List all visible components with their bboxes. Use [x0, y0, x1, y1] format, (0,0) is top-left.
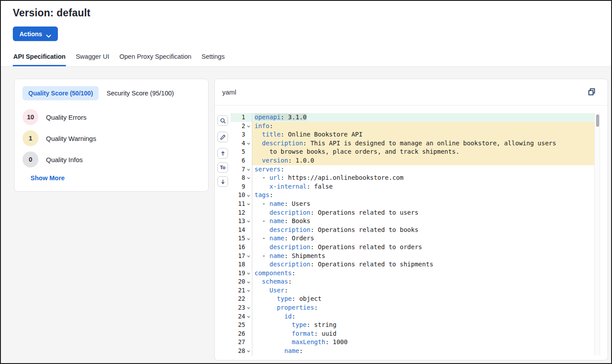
go-to-line-button[interactable]: To: [217, 162, 228, 173]
code-line-content: properties:: [252, 303, 594, 312]
code-line: 6 version: 1.0.0: [231, 156, 594, 165]
fold-chevron-icon[interactable]: [245, 349, 252, 353]
code-line-content: description: This API is designed to man…: [252, 139, 594, 148]
code-line-content: openapi: 3.1.0: [252, 113, 594, 122]
code-line: 25 type: string: [231, 321, 594, 330]
search-icon: [220, 118, 226, 124]
fold-chevron-icon[interactable]: [245, 201, 252, 206]
code-line: 18 description: Operations related to sh…: [231, 260, 594, 269]
line-gutter: 24: [231, 312, 252, 321]
line-gutter: 19: [231, 269, 252, 278]
code-line-content: - name: Orders: [252, 234, 594, 243]
metric-count-badge: 1: [23, 130, 38, 146]
tab-security-score[interactable]: Security Score (95/100): [106, 90, 174, 97]
tab-swagger-ui[interactable]: Swagger UI: [75, 51, 110, 66]
line-number: 24: [231, 312, 245, 321]
code-line: 7servers:: [231, 165, 594, 174]
metric-row: 1Quality Warnings: [23, 130, 199, 146]
line-number: 4: [231, 139, 245, 148]
fold-chevron-icon[interactable]: [245, 219, 252, 224]
line-gutter: 5: [231, 148, 252, 156]
code-line: 1openapi: 3.1.0: [231, 113, 594, 122]
line-number: 17: [231, 252, 245, 261]
line-gutter: 18: [231, 260, 252, 269]
line-number: 25: [231, 321, 245, 330]
line-gutter: 7: [231, 165, 252, 174]
metric-label: Quality Warnings: [46, 135, 96, 142]
line-number: 11: [231, 200, 245, 209]
actions-button-label: Actions: [19, 30, 42, 38]
copy-button[interactable]: [587, 87, 597, 97]
line-number: 20: [231, 277, 245, 286]
line-number: 9: [231, 182, 245, 191]
show-more-link[interactable]: Show More: [30, 174, 65, 182]
actions-button[interactable]: Actions: [13, 27, 58, 41]
line-gutter: 10: [231, 191, 252, 200]
quality-metric-list: 10Quality Errors1Quality Warnings0Qualit…: [23, 109, 199, 167]
code-line: 13 - name: Books: [231, 217, 594, 226]
line-number: 3: [231, 130, 245, 139]
fold-chevron-icon[interactable]: [245, 141, 252, 146]
code-line-content: - url: https://api.onlinebookstore.com: [252, 174, 594, 182]
version-detail-page: Version: default Actions API Specificati…: [0, 0, 612, 364]
code-line: 19components:: [231, 269, 594, 278]
arrow-up-button[interactable]: [217, 148, 228, 159]
code-line: 21 User:: [231, 286, 594, 295]
metric-label: Quality Errors: [46, 114, 87, 121]
tab-open-proxy-specification[interactable]: Open Proxy Specification: [119, 51, 192, 66]
edit-pencil-icon: [220, 134, 226, 140]
line-number: 6: [231, 156, 245, 165]
metric-row: 10Quality Errors: [23, 109, 199, 125]
code-line-content: maxLength: 1000: [252, 338, 594, 347]
line-gutter: 16: [231, 243, 252, 252]
arrow-down-button[interactable]: [217, 176, 228, 187]
code-line: 8 - url: https://api.onlinebookstore.com: [231, 174, 594, 182]
editor-scrollbar-track[interactable]: [594, 113, 600, 356]
fold-chevron-icon[interactable]: [245, 236, 252, 241]
line-number: 10: [231, 191, 245, 200]
fold-chevron-icon[interactable]: [245, 167, 252, 172]
score-card: Quality Score (50/100)Security Score (95…: [14, 79, 209, 192]
line-number: 13: [231, 217, 245, 226]
code-line: 3 title: Online Bookstore API: [231, 130, 594, 139]
metric-count-badge: 10: [23, 109, 38, 125]
line-number: 27: [231, 338, 245, 347]
code-line-content: servers:: [252, 165, 594, 174]
metric-count-badge: 0: [23, 152, 38, 167]
line-gutter: 8: [231, 174, 252, 182]
code-line: 2info:: [231, 122, 594, 131]
edit-pencil-button[interactable]: [217, 132, 228, 142]
fold-chevron-icon[interactable]: [245, 193, 252, 198]
fold-chevron-icon[interactable]: [245, 124, 252, 129]
tab-api-specification[interactable]: API Specification: [13, 51, 66, 66]
line-gutter: 13: [231, 217, 252, 226]
arrow-up-icon: [220, 150, 226, 157]
fold-chevron-icon[interactable]: [245, 314, 252, 319]
fold-chevron-icon[interactable]: [245, 305, 252, 310]
score-tabs: Quality Score (50/100)Security Score (95…: [23, 86, 199, 100]
line-gutter: 28: [231, 347, 252, 356]
fold-chevron-icon[interactable]: [245, 175, 252, 180]
page-header: Version: default Actions API Specificati…: [1, 1, 611, 67]
code-viewer: 1openapi: 3.1.02info:3 title: Online Boo…: [231, 113, 600, 360]
line-number: 12: [231, 209, 245, 217]
line-gutter: 26: [231, 330, 252, 338]
code-line: 12 description: Operations related to us…: [231, 209, 594, 217]
line-gutter: 9: [231, 182, 252, 191]
fold-chevron-icon[interactable]: [245, 271, 252, 276]
editor-scrollbar-thumb[interactable]: [596, 114, 599, 127]
line-number: 19: [231, 269, 245, 278]
fold-chevron-icon[interactable]: [245, 280, 252, 284]
code-line-content: title: Online Bookstore API: [252, 130, 594, 139]
search-button[interactable]: [217, 115, 228, 126]
fold-chevron-icon[interactable]: [245, 288, 252, 293]
copy-icon: [587, 91, 596, 98]
fold-chevron-icon[interactable]: [245, 254, 252, 258]
code-line-content: format: uuid: [252, 330, 594, 338]
line-gutter: 6: [231, 156, 252, 165]
editor-body: To 1openapi: 3.1.02info:3 title: Online …: [215, 106, 608, 360]
tab-quality-score[interactable]: Quality Score (50/100): [23, 86, 99, 100]
tab-settings[interactable]: Settings: [201, 51, 225, 66]
editor-toolbar: To: [217, 115, 228, 360]
code-line-content: type: string: [252, 321, 594, 330]
